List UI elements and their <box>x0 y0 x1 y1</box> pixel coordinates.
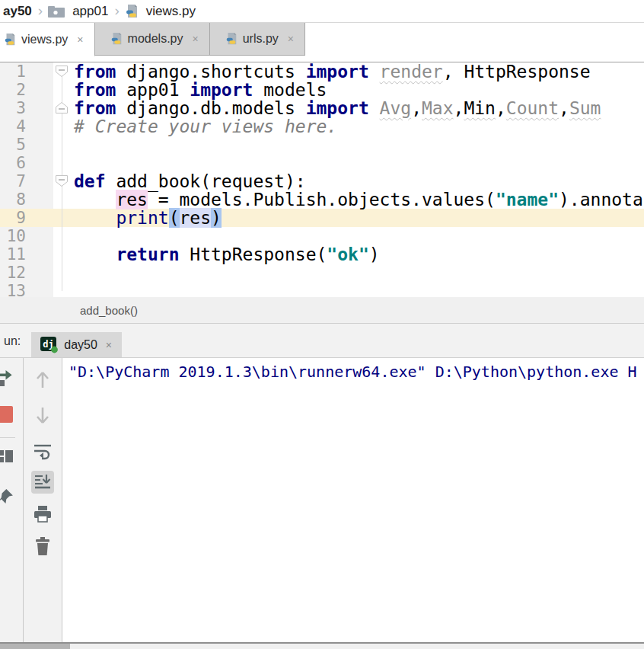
up-arrow-icon[interactable] <box>33 370 52 390</box>
code-segment[interactable]: app01 <box>116 80 190 100</box>
clear-trash-icon[interactable] <box>33 536 52 556</box>
pin-icon[interactable] <box>0 488 14 506</box>
code-segment[interactable]: Min <box>464 98 496 118</box>
code-segment[interactable]: HttpResponse( <box>179 245 327 264</box>
down-arrow-icon[interactable] <box>33 405 52 425</box>
code-segment[interactable]: django.db.models <box>116 98 305 118</box>
run-tab-label[interactable]: day50 <box>64 338 97 352</box>
code-segment[interactable]: , <box>496 98 506 118</box>
code-segment[interactable]: return <box>116 245 179 264</box>
code-segment[interactable]: from <box>74 80 116 100</box>
code-line[interactable]: 13 <box>0 282 644 297</box>
code-segment[interactable] <box>74 245 116 264</box>
breadcrumb-item-views-py[interactable]: views.py <box>124 4 197 19</box>
tab-label[interactable]: urls.py <box>243 32 279 46</box>
code-segment[interactable]: ( <box>169 208 180 228</box>
code-editor[interactable]: 1from django.shortcuts import render, Ht… <box>0 62 644 297</box>
close-icon[interactable]: × <box>77 34 83 46</box>
breadcrumb-label[interactable]: views.py <box>145 4 197 19</box>
code-segment[interactable]: import <box>306 62 369 82</box>
run-console-output[interactable]: "D:\PyCharm 2019.1.3\bin\runnerw64.exe" … <box>62 358 644 642</box>
scrollbar-thumb[interactable] <box>0 644 70 649</box>
code-text[interactable] <box>53 282 74 297</box>
stop-icon[interactable] <box>0 405 14 424</box>
code-segment[interactable]: ) <box>211 208 222 228</box>
code-segment[interactable]: def <box>74 171 106 191</box>
code-text[interactable]: from django.db.models import Avg,Max,Min… <box>53 99 601 117</box>
code-text[interactable] <box>53 227 74 245</box>
code-segment[interactable]: Count <box>506 98 559 118</box>
code-segment[interactable]: django.shortcuts <box>116 62 305 82</box>
code-segment[interactable]: # Create your views here. <box>74 117 337 136</box>
code-text[interactable] <box>53 136 74 154</box>
code-line[interactable]: 12 <box>0 264 644 282</box>
breadcrumb-item-day50[interactable]: ay50 <box>2 4 33 19</box>
code-segment[interactable]: res <box>180 208 212 228</box>
code-segment[interactable]: = models.Publish.objects.values( <box>148 190 496 209</box>
code-line[interactable]: 9 print(res) <box>0 209 644 227</box>
code-line[interactable]: 4# Create your views here. <box>0 117 644 136</box>
code-segment[interactable]: ) <box>369 245 380 264</box>
console-line[interactable]: "D:\PyCharm 2019.1.3\bin\runnerw64.exe" … <box>69 363 644 381</box>
code-line[interactable]: 2from app01 import models <box>0 81 644 99</box>
code-segment[interactable]: Max <box>422 98 454 118</box>
restore-layout-icon[interactable] <box>0 448 14 465</box>
context-function-label[interactable]: add_book() <box>80 304 138 317</box>
horizontal-scrollbar[interactable] <box>0 642 644 649</box>
code-text[interactable]: from django.shortcuts import render, Htt… <box>53 62 591 81</box>
code-text[interactable] <box>53 264 74 282</box>
code-segment[interactable] <box>74 190 116 209</box>
code-line[interactable]: 7def add_book(request): <box>0 172 644 190</box>
code-lines[interactable]: 1from django.shortcuts import render, Ht… <box>0 62 644 297</box>
rerun-icon[interactable] <box>0 369 15 388</box>
breadcrumb-item-app01[interactable]: app01 <box>47 4 110 19</box>
code-text[interactable]: print(res) <box>53 209 222 227</box>
code-segment[interactable] <box>369 62 380 82</box>
print-icon[interactable] <box>33 505 53 523</box>
close-icon[interactable]: × <box>192 33 198 45</box>
code-segment[interactable]: res <box>116 190 148 209</box>
code-text[interactable] <box>53 154 74 172</box>
code-segment[interactable]: , <box>411 98 422 118</box>
code-line[interactable]: 5 <box>0 136 644 154</box>
code-line[interactable]: 1from django.shortcuts import render, Ht… <box>0 62 644 81</box>
code-segment[interactable]: , <box>559 98 569 118</box>
tab-urls-py[interactable]: urls.py × <box>210 23 305 56</box>
breadcrumb-label[interactable]: ay50 <box>2 4 33 19</box>
code-text[interactable]: from app01 import models <box>53 81 327 99</box>
code-segment[interactable]: , <box>454 98 464 118</box>
code-segment[interactable] <box>369 98 380 118</box>
tab-views-py[interactable]: views.py × <box>0 23 95 56</box>
code-segment[interactable]: "name" <box>496 190 559 209</box>
tab-label[interactable]: views.py <box>21 33 68 46</box>
soft-wrap-icon[interactable] <box>33 442 53 460</box>
code-segment[interactable]: import <box>190 80 253 100</box>
code-segment[interactable]: from <box>74 98 116 118</box>
code-segment[interactable]: add_book(request): <box>106 171 306 191</box>
code-segment[interactable]: Sum <box>569 98 601 118</box>
code-segment[interactable]: render <box>380 62 443 82</box>
code-text[interactable]: # Create your views here. <box>53 117 337 136</box>
code-segment[interactable] <box>74 208 116 228</box>
run-tab-day50[interactable]: dj day50 × <box>31 332 122 357</box>
code-line[interactable]: 6 <box>0 154 644 172</box>
code-segment[interactable]: import <box>306 98 369 118</box>
code-line[interactable]: 8 res = models.Publish.objects.values("n… <box>0 190 644 209</box>
scroll-to-end-icon[interactable] <box>33 473 52 491</box>
code-line[interactable]: 10 <box>0 227 644 245</box>
tab-models-py[interactable]: models.py × <box>95 23 210 56</box>
code-segment[interactable]: , HttpResponse <box>443 62 591 82</box>
breadcrumb-label[interactable]: app01 <box>71 4 110 19</box>
tab-label[interactable]: models.py <box>128 32 183 46</box>
code-segment[interactable]: from <box>74 62 116 82</box>
code-segment[interactable]: models <box>253 80 327 100</box>
code-text[interactable]: def add_book(request): <box>53 172 306 190</box>
close-icon[interactable]: × <box>288 33 294 45</box>
code-segment[interactable]: ).annota <box>559 190 643 209</box>
code-segment[interactable]: Avg <box>380 98 412 118</box>
close-icon[interactable]: × <box>106 339 112 351</box>
code-line[interactable]: 3from django.db.models import Avg,Max,Mi… <box>0 99 644 117</box>
code-segment[interactable]: print <box>116 208 168 228</box>
code-text[interactable]: res = models.Publish.objects.values("nam… <box>53 190 643 209</box>
code-line[interactable]: 11 return HttpResponse("ok") <box>0 245 644 264</box>
